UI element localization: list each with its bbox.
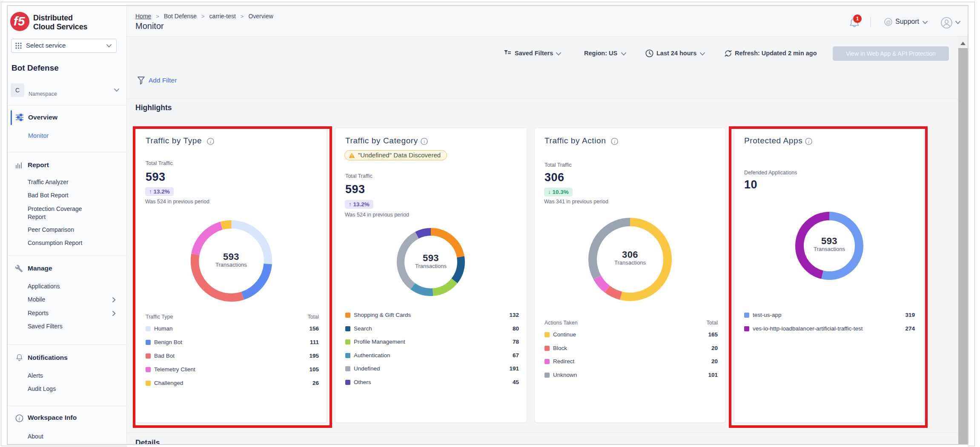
- svg-text:i: i: [424, 139, 425, 144]
- svg-text:i: i: [614, 139, 615, 144]
- svg-text:f5: f5: [14, 14, 26, 28]
- svg-text:@: @: [886, 20, 891, 25]
- svg-text:i: i: [19, 416, 20, 421]
